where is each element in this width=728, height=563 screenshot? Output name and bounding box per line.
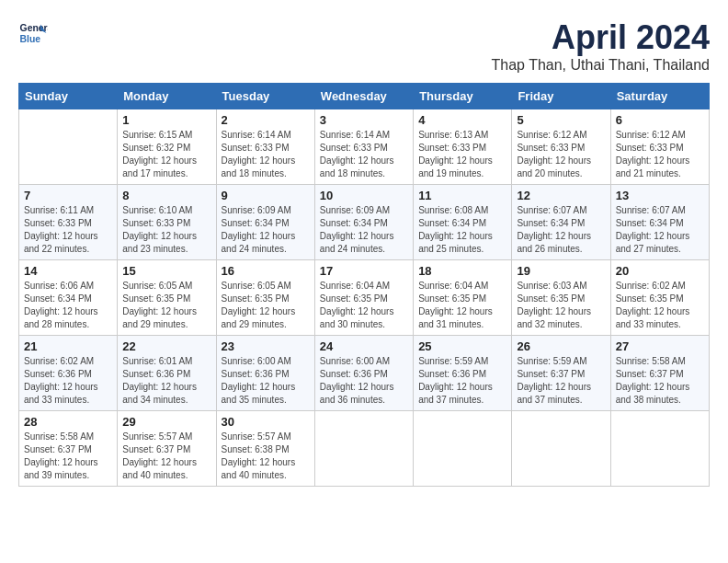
day-number: 9 [222,189,310,202]
calendar-week-0: 1Sunrise: 6:15 AM Sunset: 6:32 PM Daylig… [19,109,710,185]
day-number: 3 [320,113,408,127]
calendar-cell: 8Sunrise: 6:10 AM Sunset: 6:33 PM Daylig… [118,185,216,260]
day-info: Sunrise: 5:57 AM Sunset: 6:38 PM Dayligh… [222,431,310,482]
calendar-cell: 28Sunrise: 5:58 AM Sunset: 6:37 PM Dayli… [19,411,118,487]
day-info: Sunrise: 6:07 AM Sunset: 6:34 PM Dayligh… [517,204,605,256]
calendar-header-row: SundayMondayTuesdayWednesdayThursdayFrid… [19,84,710,109]
day-info: Sunrise: 6:13 AM Sunset: 6:33 PM Dayligh… [418,129,506,180]
day-info: Sunrise: 5:58 AM Sunset: 6:37 PM Dayligh… [24,431,112,482]
day-number: 16 [222,264,310,278]
calendar-cell: 23Sunrise: 6:00 AM Sunset: 6:36 PM Dayli… [216,336,314,411]
day-info: Sunrise: 6:01 AM Sunset: 6:36 PM Dayligh… [122,355,210,407]
day-number: 30 [222,415,310,429]
calendar-body: 1Sunrise: 6:15 AM Sunset: 6:32 PM Daylig… [19,109,710,487]
day-number: 10 [320,189,408,202]
calendar-cell: 12Sunrise: 6:07 AM Sunset: 6:34 PM Dayli… [512,185,610,260]
calendar-table: SundayMondayTuesdayWednesdayThursdayFrid… [18,83,710,487]
day-info: Sunrise: 6:12 AM Sunset: 6:33 PM Dayligh… [517,129,605,180]
day-number: 29 [122,415,210,429]
header-friday: Friday [512,84,610,109]
day-number: 5 [517,113,605,127]
calendar-cell [414,411,512,487]
calendar-cell: 2Sunrise: 6:14 AM Sunset: 6:33 PM Daylig… [216,109,314,185]
month-title: April 2024 [492,18,711,57]
day-info: Sunrise: 6:09 AM Sunset: 6:34 PM Dayligh… [320,204,408,256]
calendar-cell [610,411,709,487]
calendar-week-3: 21Sunrise: 6:02 AM Sunset: 6:36 PM Dayli… [19,336,710,411]
calendar-cell: 5Sunrise: 6:12 AM Sunset: 6:33 PM Daylig… [512,109,610,185]
day-info: Sunrise: 6:02 AM Sunset: 6:36 PM Dayligh… [24,355,112,407]
day-number: 4 [418,113,506,127]
day-info: Sunrise: 6:06 AM Sunset: 6:34 PM Dayligh… [24,280,112,331]
day-info: Sunrise: 6:00 AM Sunset: 6:36 PM Dayligh… [320,355,408,407]
calendar-cell: 4Sunrise: 6:13 AM Sunset: 6:33 PM Daylig… [414,109,512,185]
calendar-cell: 30Sunrise: 5:57 AM Sunset: 6:38 PM Dayli… [216,411,314,487]
day-number: 27 [616,339,704,353]
calendar-cell: 20Sunrise: 6:02 AM Sunset: 6:35 PM Dayli… [610,260,709,336]
header-wednesday: Wednesday [314,84,413,109]
calendar-cell: 7Sunrise: 6:11 AM Sunset: 6:33 PM Daylig… [19,185,118,260]
day-info: Sunrise: 5:59 AM Sunset: 6:37 PM Dayligh… [517,355,605,407]
calendar-week-2: 14Sunrise: 6:06 AM Sunset: 6:34 PM Dayli… [19,260,710,336]
day-number: 13 [616,189,704,202]
day-info: Sunrise: 6:04 AM Sunset: 6:35 PM Dayligh… [320,280,408,331]
header-monday: Monday [118,84,216,109]
calendar-cell: 25Sunrise: 5:59 AM Sunset: 6:36 PM Dayli… [414,336,512,411]
day-info: Sunrise: 6:11 AM Sunset: 6:33 PM Dayligh… [24,204,112,256]
day-number: 8 [122,189,210,202]
title-area: April 2024 Thap Than, Uthai Thani, Thail… [492,18,711,74]
calendar-cell: 10Sunrise: 6:09 AM Sunset: 6:34 PM Dayli… [314,185,413,260]
calendar-cell: 11Sunrise: 6:08 AM Sunset: 6:34 PM Dayli… [414,185,512,260]
day-info: Sunrise: 5:58 AM Sunset: 6:37 PM Dayligh… [616,355,704,407]
day-info: Sunrise: 6:15 AM Sunset: 6:32 PM Dayligh… [122,129,210,180]
day-number: 15 [122,264,210,278]
day-info: Sunrise: 6:03 AM Sunset: 6:35 PM Dayligh… [517,280,605,331]
day-info: Sunrise: 5:59 AM Sunset: 6:36 PM Dayligh… [418,355,506,407]
day-number: 1 [122,113,210,127]
day-number: 12 [517,189,605,202]
calendar-cell: 16Sunrise: 6:05 AM Sunset: 6:35 PM Dayli… [216,260,314,336]
day-info: Sunrise: 5:57 AM Sunset: 6:37 PM Dayligh… [122,431,210,482]
day-number: 14 [24,264,112,278]
calendar-week-4: 28Sunrise: 5:58 AM Sunset: 6:37 PM Dayli… [19,411,710,487]
day-number: 24 [320,339,408,353]
day-number: 7 [24,189,112,202]
svg-text:Blue: Blue [20,34,41,44]
calendar-cell: 18Sunrise: 6:04 AM Sunset: 6:35 PM Dayli… [414,260,512,336]
calendar-cell: 1Sunrise: 6:15 AM Sunset: 6:32 PM Daylig… [118,109,216,185]
day-info: Sunrise: 6:05 AM Sunset: 6:35 PM Dayligh… [222,280,310,331]
calendar-cell: 22Sunrise: 6:01 AM Sunset: 6:36 PM Dayli… [118,336,216,411]
day-number: 26 [517,339,605,353]
calendar-cell: 21Sunrise: 6:02 AM Sunset: 6:36 PM Dayli… [19,336,118,411]
calendar-cell [19,109,118,185]
header-sunday: Sunday [19,84,118,109]
day-number: 6 [616,113,704,127]
day-info: Sunrise: 6:00 AM Sunset: 6:36 PM Dayligh… [222,355,310,407]
day-number: 21 [24,339,112,353]
location-title: Thap Than, Uthai Thani, Thailand [492,57,711,74]
day-number: 22 [122,339,210,353]
day-number: 28 [24,415,112,429]
day-info: Sunrise: 6:04 AM Sunset: 6:35 PM Dayligh… [418,280,506,331]
day-number: 23 [222,339,310,353]
header-saturday: Saturday [610,84,709,109]
calendar-cell: 24Sunrise: 6:00 AM Sunset: 6:36 PM Dayli… [314,336,413,411]
calendar-cell: 15Sunrise: 6:05 AM Sunset: 6:35 PM Dayli… [118,260,216,336]
day-info: Sunrise: 6:10 AM Sunset: 6:33 PM Dayligh… [122,204,210,256]
calendar-cell: 26Sunrise: 5:59 AM Sunset: 6:37 PM Dayli… [512,336,610,411]
day-number: 17 [320,264,408,278]
calendar-cell: 27Sunrise: 5:58 AM Sunset: 6:37 PM Dayli… [610,336,709,411]
day-info: Sunrise: 6:05 AM Sunset: 6:35 PM Dayligh… [122,280,210,331]
day-number: 2 [222,113,310,127]
day-info: Sunrise: 6:14 AM Sunset: 6:33 PM Dayligh… [320,129,408,180]
day-info: Sunrise: 6:02 AM Sunset: 6:35 PM Dayligh… [616,280,704,331]
logo: General Blue [18,18,48,48]
day-info: Sunrise: 6:08 AM Sunset: 6:34 PM Dayligh… [418,204,506,256]
calendar-cell: 13Sunrise: 6:07 AM Sunset: 6:34 PM Dayli… [610,185,709,260]
day-number: 18 [418,264,506,278]
calendar-cell [512,411,610,487]
calendar-cell: 29Sunrise: 5:57 AM Sunset: 6:37 PM Dayli… [118,411,216,487]
day-number: 19 [517,264,605,278]
calendar-week-1: 7Sunrise: 6:11 AM Sunset: 6:33 PM Daylig… [19,185,710,260]
calendar-cell: 19Sunrise: 6:03 AM Sunset: 6:35 PM Dayli… [512,260,610,336]
